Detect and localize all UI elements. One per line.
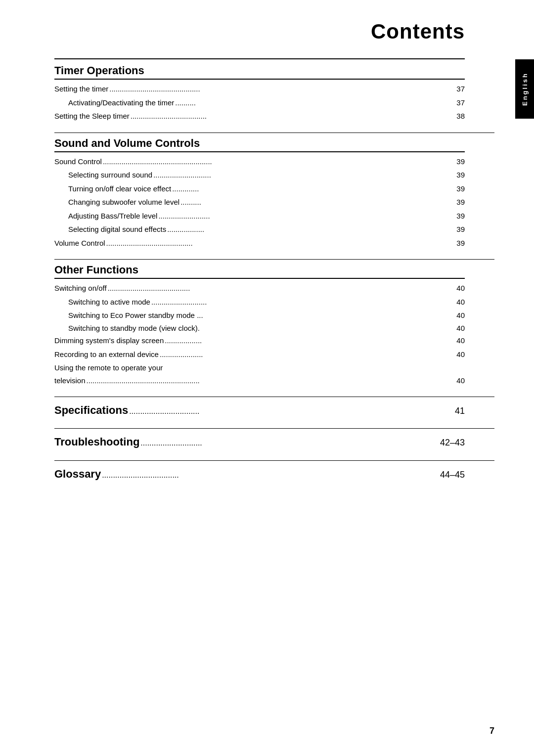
toc-label: Volume Control: [54, 237, 105, 250]
section-troubleshooting: Troubleshooting ........................…: [54, 433, 465, 451]
section-divider: [54, 428, 494, 429]
toc-label: Recording to an external device: [54, 348, 159, 361]
toc-entry: Volume Control .........................…: [54, 237, 465, 251]
toc-entry: Sound Control ..........................…: [54, 155, 465, 169]
toc-page: 39: [451, 237, 465, 250]
section-specifications: Specifications .........................…: [54, 401, 465, 419]
section-divider: [54, 460, 494, 461]
toc-entry-specifications: Specifications .........................…: [54, 401, 465, 419]
toc-label: Switching to standby mode (view clock).: [68, 322, 200, 335]
page-title: Contents: [54, 20, 494, 44]
toc-page: 40: [451, 374, 465, 387]
toc-page: 40: [451, 348, 465, 361]
section-sound-volume: Sound and Volume Controls Sound Control …: [54, 137, 465, 251]
toc-page: 39: [451, 210, 465, 222]
toc-entry: Turning on/off clear voice effect ......…: [54, 182, 465, 196]
toc-entry-troubleshooting: Troubleshooting ........................…: [54, 433, 465, 451]
toc-entry: Changing subwoofer volume level ........…: [54, 196, 465, 210]
toc-entry: Setting the Sleep timer ................…: [54, 110, 465, 124]
toc-page: 39: [451, 155, 465, 168]
toc-label: Switching to active mode: [68, 296, 150, 309]
section-divider: [54, 133, 494, 133]
toc-page: 40: [451, 309, 465, 322]
toc-label: Glossary: [54, 465, 101, 483]
toc-entry: Using the remote to operate your: [54, 361, 465, 374]
toc-page: 39: [451, 169, 465, 181]
section-divider: [54, 259, 494, 260]
toc-label: Setting the Sleep timer: [54, 110, 130, 123]
toc-label: Switching on/off: [54, 282, 107, 295]
section-title-other: Other Functions: [54, 264, 465, 279]
toc-label: television: [54, 374, 86, 387]
toc-page: 40: [451, 334, 465, 347]
toc-label: Sound Control: [54, 155, 102, 168]
toc-label: Specifications: [54, 401, 128, 419]
toc-label: Using the remote to operate your: [54, 361, 163, 374]
toc-entry: Recording to an external device ........…: [54, 348, 465, 362]
toc-page: 41: [451, 403, 465, 419]
toc-entry: Setting the timer ......................…: [54, 83, 465, 96]
toc-page: 39: [451, 196, 465, 209]
toc-label: Switching to Eco Power standby mode ...: [68, 309, 203, 322]
toc-page: 39: [451, 182, 465, 195]
section-other-functions: Other Functions Switching on/off .......…: [54, 264, 465, 388]
toc-page: 40: [451, 322, 465, 335]
toc-label: Dimming system's display screen: [54, 334, 164, 347]
page-number: 7: [490, 726, 494, 736]
toc-page: 40: [451, 296, 465, 309]
section-title-timer: Timer Operations: [54, 64, 465, 80]
section-glossary: Glossary ...............................…: [54, 465, 465, 483]
toc-entry: Selecting digital sound effects ........…: [54, 223, 465, 237]
toc-label: Selecting digital sound effects: [68, 223, 166, 236]
top-rule: [54, 58, 465, 59]
toc-page: 37: [451, 83, 465, 95]
toc-entry: Selecting surround sound ...............…: [54, 169, 465, 182]
section-title-sound: Sound and Volume Controls: [54, 137, 465, 152]
toc-page: 42–43: [440, 435, 465, 450]
toc-label: Selecting surround sound: [68, 169, 152, 181]
toc-page: 39: [451, 223, 465, 236]
toc-entry: Switching to Eco Power standby mode ... …: [54, 309, 465, 322]
toc-label: Changing subwoofer volume level: [68, 196, 179, 209]
toc-entry-glossary: Glossary ...............................…: [54, 465, 465, 483]
page-container: Contents Timer Operations Setting the ti…: [0, 0, 534, 756]
toc-label: Adjusting Bass/Treble level: [68, 210, 157, 222]
section-timer-operations: Timer Operations Setting the timer .....…: [54, 64, 465, 124]
toc-page: 40: [451, 282, 465, 295]
toc-label: Activating/Deactivating the timer: [68, 96, 174, 109]
toc-label: Turning on/off clear voice effect: [68, 182, 171, 195]
toc-label: Setting the timer: [54, 83, 108, 95]
toc-entry: Dimming system's display screen ........…: [54, 334, 465, 348]
toc-entry: Activating/Deactivating the timer ......…: [54, 96, 465, 110]
section-divider: [54, 397, 494, 397]
toc-page: 38: [451, 110, 465, 123]
toc-entry: television .............................…: [54, 374, 465, 388]
toc-entry: Switching on/off .......................…: [54, 282, 465, 296]
toc-label: Troubleshooting: [54, 433, 139, 451]
sidebar-english-label: English: [515, 59, 534, 119]
toc-entry: Switching to standby mode (view clock). …: [54, 322, 465, 335]
toc-entry: Switching to active mode ...............…: [54, 296, 465, 310]
toc-page: 44–45: [440, 467, 465, 483]
toc-entry: Adjusting Bass/Treble level ............…: [54, 210, 465, 223]
toc-page: 37: [451, 96, 465, 109]
